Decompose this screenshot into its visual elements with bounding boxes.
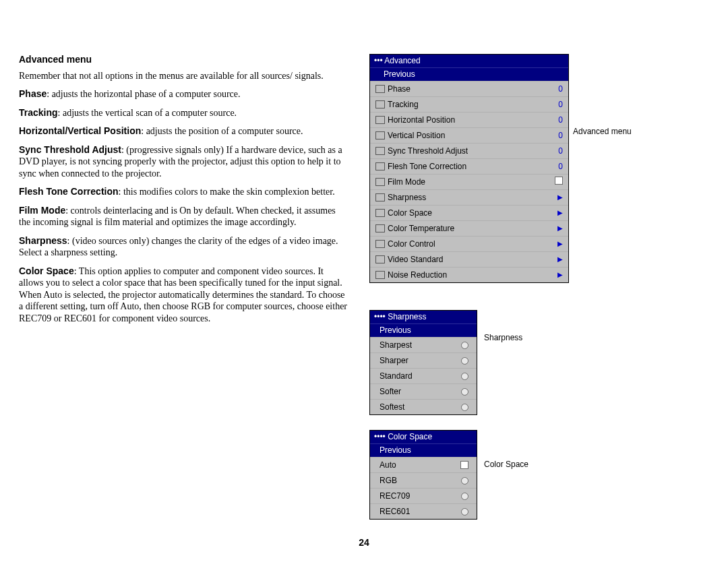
vstd-icon (373, 254, 388, 265)
menu-item-label: Noise Reduction (388, 270, 545, 280)
advanced-menu-item[interactable]: Noise Reduction▶ (370, 267, 568, 282)
menu-item-value: 0 (545, 131, 563, 141)
submenu-arrow-icon: ▶ (545, 255, 563, 264)
definition-text: : controls deinterlacing and is On by de… (19, 206, 336, 228)
cspace-icon (373, 208, 388, 218)
advanced-menu-item[interactable]: Color Temperature▶ (370, 220, 568, 236)
option-label: Softer (380, 387, 458, 397)
definition-text: : adjusts the vertical scan of a compute… (58, 108, 237, 118)
sharpness-menu-title: •••• Sharpness (370, 311, 477, 323)
radio-icon[interactable] (458, 493, 471, 500)
advanced-menu-item[interactable]: Sharpness▶ (370, 189, 568, 205)
advanced-menu-item[interactable]: Horizontal Position0 (370, 112, 568, 127)
sharpness-option[interactable]: Sharper (370, 352, 477, 368)
menu-item-label: Horizontal Position (388, 115, 545, 125)
sharpness-option[interactable]: Softer (370, 383, 477, 399)
tracking-icon (373, 99, 388, 110)
definition-term: Horizontal/Vertical Position (19, 125, 141, 136)
hpos-icon (373, 115, 388, 125)
option-label: Softest (380, 402, 458, 412)
advanced-menu-item[interactable]: Video Standard▶ (370, 251, 568, 267)
option-label: Auto (380, 460, 458, 470)
sharpness-previous[interactable]: Previous (370, 323, 477, 337)
colorspace-option[interactable]: REC601 (370, 503, 477, 519)
definition-term: Sync Threshold Adjust (19, 144, 121, 155)
flesh-icon (373, 161, 388, 172)
menu-item-label: Vertical Position (388, 131, 545, 141)
sharpness-option[interactable]: Sharpest (370, 337, 477, 352)
radio-icon[interactable] (458, 373, 471, 380)
option-label: Standard (380, 371, 458, 381)
definition-text: : adjusts the position of a computer sou… (141, 126, 303, 136)
menu-item-label: Color Space (388, 208, 545, 218)
cctrl-icon (373, 239, 388, 249)
submenu-arrow-icon: ▶ (545, 271, 563, 280)
advanced-menu-item[interactable]: Tracking0 (370, 96, 568, 112)
sharpness-menu-box: •••• Sharpness Previous SharpestSharperS… (369, 310, 477, 415)
menu-item-label: Flesh Tone Correction (388, 162, 545, 172)
option-label: REC601 (380, 507, 458, 517)
menu-item-label: Tracking (388, 100, 545, 110)
sharpness-option[interactable]: Standard (370, 368, 477, 383)
definition-paragraph: Tracking: adjusts the vertical scan of a… (19, 107, 349, 119)
colorspace-option[interactable]: RGB (370, 472, 477, 488)
colorspace-option[interactable]: REC709 (370, 488, 477, 503)
advanced-menu-item[interactable]: Flesh Tone Correction0 (370, 158, 568, 174)
definition-term: Flesh Tone Correction (19, 186, 119, 197)
submenu-arrow-icon: ▶ (545, 193, 563, 202)
figure-column: ••• Advanced Previous Phase0Tracking0Hor… (369, 54, 700, 534)
menu-item-label: Sync Threshold Adjust (388, 146, 545, 156)
colorspace-option[interactable]: Auto (370, 457, 477, 472)
radio-icon[interactable] (458, 388, 471, 396)
menu-item-value: 0 (545, 162, 563, 172)
advanced-menu-title: ••• Advanced (370, 55, 568, 67)
advanced-previous[interactable]: Previous (370, 67, 568, 81)
radio-icon[interactable] (458, 508, 471, 516)
menu-item-label: Phase (388, 84, 545, 94)
noise-icon (373, 270, 388, 280)
radio-icon[interactable] (458, 357, 471, 365)
menu-item-value: 0 (545, 84, 563, 94)
menu-item-value: 0 (545, 115, 563, 125)
colorspace-menu-box: •••• Color Space Previous AutoRGBREC709R… (369, 430, 477, 520)
submenu-arrow-icon: ▶ (545, 224, 563, 233)
advanced-menu-item[interactable]: Phase0 (370, 81, 568, 96)
advanced-menu-item[interactable]: Film Mode (370, 174, 568, 189)
definition-text: : (video sources only) changes the clari… (19, 236, 338, 258)
page-number: 24 (0, 537, 728, 549)
menu-item-label: Sharpness (388, 193, 545, 203)
radio-icon[interactable] (458, 342, 471, 349)
definition-paragraph: Phase: adjusts the horizontal phase of a… (19, 88, 349, 100)
menu-item-value: 0 (545, 100, 563, 110)
caption-colorspace: Color Space (484, 460, 528, 470)
radio-icon[interactable] (458, 477, 471, 485)
colorspace-previous[interactable]: Previous (370, 443, 477, 457)
definition-term: Sharpness (19, 235, 67, 246)
sync-icon (373, 146, 388, 156)
option-label: RGB (380, 476, 458, 486)
advanced-menu-item[interactable]: Sync Threshold Adjust0 (370, 143, 568, 158)
advanced-menu-item[interactable]: Color Space▶ (370, 205, 568, 220)
advanced-menu-item[interactable]: Color Control▶ (370, 236, 568, 251)
text-column: Advanced menu Remember that not all opti… (19, 54, 349, 534)
radio-icon[interactable] (458, 404, 471, 411)
definition-term: Phase (19, 88, 47, 99)
definition-paragraph: Sync Threshold Adjust: (progressive sign… (19, 144, 349, 180)
checkbox-icon[interactable] (458, 461, 471, 469)
menu-item-label: Video Standard (388, 255, 545, 265)
caption-sharpness: Sharpness (484, 333, 522, 343)
advanced-menu-item[interactable]: Vertical Position0 (370, 127, 568, 143)
menu-item-checkbox[interactable] (545, 177, 563, 187)
phase-icon (373, 84, 388, 94)
option-label: Sharpest (380, 340, 458, 350)
ctemp-icon (373, 223, 388, 234)
sharpness-option[interactable]: Softest (370, 399, 477, 414)
submenu-arrow-icon: ▶ (545, 209, 563, 218)
definition-term: Color Space (19, 266, 74, 276)
menu-item-value: 0 (545, 146, 563, 156)
definition-paragraph: Horizontal/Vertical Position: adjusts th… (19, 125, 349, 137)
definition-term: Film Mode (19, 205, 65, 216)
menu-item-label: Color Control (388, 239, 545, 249)
definition-term: Tracking (19, 107, 58, 118)
vpos-icon (373, 130, 388, 141)
